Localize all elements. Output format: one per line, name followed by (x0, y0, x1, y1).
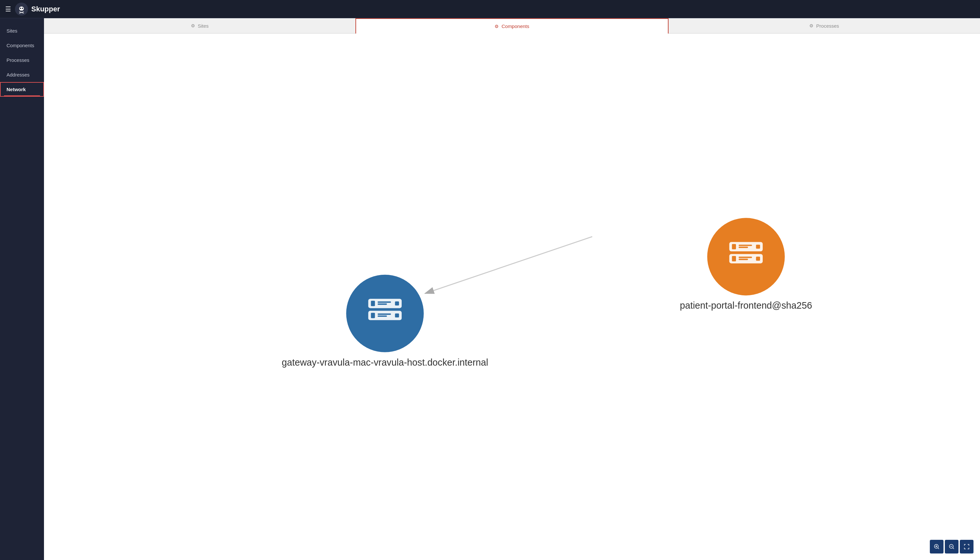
diagram-canvas[interactable]: gateway-vravula-mac-vravula-host.docker.… (44, 33, 980, 560)
sidebar-item-network[interactable]: Network (0, 82, 44, 97)
connection-line (425, 237, 592, 293)
processes-tab-icon: ⚙ (809, 23, 813, 28)
sidebar-label-processes: Processes (7, 57, 29, 63)
svg-rect-13 (377, 302, 391, 303)
svg-rect-29 (739, 259, 748, 260)
sidebar-label-network: Network (7, 87, 26, 92)
svg-rect-30 (756, 257, 760, 260)
sidebar-label-addresses: Addresses (7, 72, 30, 77)
tab-sites[interactable]: ⚙ Sites (44, 18, 356, 33)
zoom-controls (930, 540, 973, 553)
main-layout: Sites Components Processes Addresses Net… (0, 18, 980, 560)
svg-rect-15 (395, 302, 399, 305)
sidebar-item-processes[interactable]: Processes (0, 53, 44, 67)
svg-rect-12 (371, 301, 375, 306)
tab-sites-label: Sites (198, 23, 209, 28)
network-diagram-svg: gateway-vravula-mac-vravula-host.docker.… (44, 33, 980, 560)
fit-view-button[interactable] (960, 540, 973, 553)
tab-components-label: Components (501, 23, 529, 29)
tab-components[interactable]: ⚙ Components (356, 18, 668, 33)
tab-processes-label: Processes (816, 23, 839, 28)
sidebar: Sites Components Processes Addresses Net… (0, 18, 44, 560)
logo-container: Skupper (15, 3, 60, 16)
svg-rect-18 (377, 313, 391, 315)
svg-line-34 (938, 548, 939, 549)
content-area: ⚙ Sites ⚙ Components ⚙ Processes (44, 18, 980, 560)
sidebar-label-sites: Sites (7, 28, 17, 33)
svg-rect-19 (377, 315, 387, 317)
svg-rect-14 (377, 303, 387, 305)
svg-rect-27 (732, 256, 736, 261)
svg-rect-24 (739, 247, 748, 248)
sites-tab-icon: ⚙ (191, 23, 195, 28)
svg-rect-25 (756, 245, 760, 248)
svg-rect-20 (395, 313, 399, 317)
svg-rect-23 (739, 245, 752, 246)
hamburger-icon[interactable]: ☰ (5, 5, 11, 13)
app-title: Skupper (31, 5, 60, 13)
app-logo (15, 3, 28, 16)
sidebar-item-components[interactable]: Components (0, 38, 44, 53)
svg-point-2 (20, 7, 21, 9)
sidebar-label-components: Components (7, 43, 34, 48)
components-tab-icon: ⚙ (494, 24, 499, 29)
app-header: ☰ Skupper (0, 0, 980, 18)
svg-rect-17 (371, 313, 375, 318)
svg-line-37 (953, 548, 954, 549)
sidebar-item-addresses[interactable]: Addresses (0, 67, 44, 82)
svg-rect-22 (732, 244, 736, 249)
sidebar-item-sites[interactable]: Sites (0, 23, 44, 38)
tab-processes[interactable]: ⚙ Processes (669, 18, 980, 33)
tabs-bar: ⚙ Sites ⚙ Components ⚙ Processes (44, 18, 980, 33)
svg-rect-28 (739, 257, 752, 258)
frontend-label: patient-portal-frontend@sha256 (680, 300, 812, 311)
gateway-label: gateway-vravula-mac-vravula-host.docker.… (282, 357, 488, 368)
svg-point-3 (22, 7, 23, 9)
zoom-out-button[interactable] (945, 540, 958, 553)
zoom-in-button[interactable] (930, 540, 943, 553)
